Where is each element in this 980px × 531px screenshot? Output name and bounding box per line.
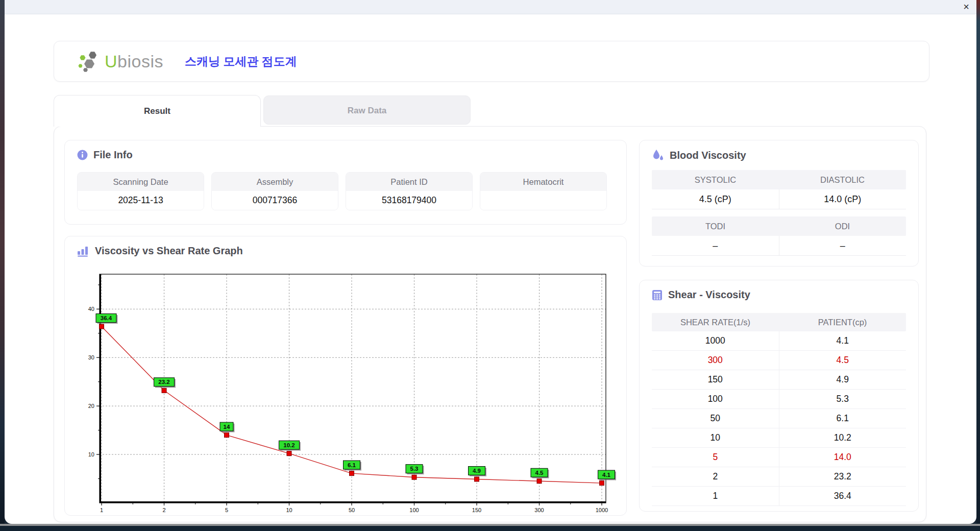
shear-viscosity-title-row: Shear - Viscosity: [652, 289, 750, 301]
desktop-edge-left: [0, 0, 5, 531]
brand-wordmark: Ubiosis: [105, 52, 163, 71]
blood-drops-icon: [652, 149, 664, 161]
file-info-title: File Info: [93, 149, 133, 161]
viscosity-vs-shear-rate-chart: 102030401251050100150300100036.423.21410…: [77, 269, 618, 514]
diastolic-value: 14.0 (cP): [779, 189, 906, 209]
svg-text:2: 2: [162, 507, 165, 513]
info-icon: [77, 150, 88, 160]
svg-text:20: 20: [88, 403, 94, 409]
svg-text:1: 1: [100, 507, 103, 513]
table-row: 514.0: [652, 448, 906, 467]
svg-text:10: 10: [88, 451, 94, 457]
field-label: Scanning Date: [78, 173, 204, 191]
patient-viscosity-cell: 14.0: [779, 448, 906, 467]
table-row: 1010.2: [652, 428, 906, 448]
app-window: Ubiosis 스캐닝 모세관 점도계 Result Raw Data File…: [5, 14, 976, 524]
svg-text:150: 150: [472, 507, 481, 513]
file-info-card: File Info Scanning Date 2025-11-13 Assem…: [64, 140, 627, 225]
svg-text:1000: 1000: [596, 507, 608, 513]
svg-text:40: 40: [88, 306, 94, 312]
field-value: 2025-11-13: [78, 191, 204, 210]
shear-rate-cell: 50: [652, 409, 779, 428]
file-info-title-row: File Info: [77, 149, 133, 161]
result-tab-panel: File Info Scanning Date 2025-11-13 Assem…: [54, 126, 926, 522]
shear-viscosity-card: Shear - Viscosity SHEAR RATE(1/s) PATIEN…: [639, 280, 919, 512]
todi-header: TODI: [652, 216, 779, 236]
svg-text:14: 14: [224, 424, 230, 430]
shear-rate-cell: 1000: [652, 331, 779, 350]
blood-viscosity-card: Blood Viscosity SYSTOLIC DIASTOLIC 4.5 (…: [639, 140, 919, 267]
tab-raw-data[interactable]: Raw Data: [263, 95, 471, 125]
patient-viscosity-cell: 6.1: [779, 409, 906, 428]
svg-text:4.9: 4.9: [473, 468, 481, 474]
svg-text:30: 30: [88, 354, 94, 360]
graph-title-row: Viscosity vs Shear Rate Graph: [77, 245, 243, 257]
ubiosis-logo-icon: [77, 50, 101, 73]
shear-rate-cell: 150: [652, 370, 779, 389]
svg-text:23.2: 23.2: [158, 379, 169, 385]
patient-viscosity-cell: 36.4: [779, 487, 906, 505]
table-value-row: 4.5 (cP) 14.0 (cP): [652, 189, 906, 209]
ubiosis-logo: Ubiosis: [77, 50, 163, 73]
table-row: 1005.3: [652, 390, 906, 409]
shear-table-body: 10004.13004.51504.91005.3506.11010.2514.…: [652, 331, 906, 506]
blood-viscosity-table: SYSTOLIC DIASTOLIC 4.5 (cP) 14.0 (cP) TO…: [652, 170, 906, 256]
svg-text:36.4: 36.4: [101, 315, 112, 321]
window-titlebar: ×: [5, 0, 976, 14]
field-label: Patient ID: [346, 173, 472, 191]
svg-text:300: 300: [534, 507, 544, 513]
desktop-edge-bottom: [0, 524, 980, 531]
table-row: 506.1: [652, 409, 906, 428]
field-label: Assembly: [212, 173, 338, 191]
bar-chart-icon: [77, 246, 89, 257]
calculator-icon: [652, 289, 663, 301]
patient-viscosity-cell: 23.2: [779, 467, 906, 486]
patient-viscosity-cell: 4.5: [779, 351, 906, 370]
field-label: Hematocrit: [480, 173, 606, 191]
svg-text:10: 10: [286, 507, 292, 513]
patient-viscosity-cell: 4.1: [779, 331, 906, 350]
file-info-fields: Scanning Date 2025-11-13 Assembly 000717…: [77, 172, 607, 210]
svg-text:6.1: 6.1: [348, 462, 356, 468]
field-scanning-date: Scanning Date 2025-11-13: [77, 172, 204, 210]
patient-header: PATIENT(cp): [779, 313, 906, 331]
svg-text:4.5: 4.5: [535, 470, 544, 476]
odi-value: –: [779, 236, 906, 255]
patient-viscosity-cell: 5.3: [779, 390, 906, 408]
brand-rest: biosis: [117, 52, 163, 71]
field-value: [480, 191, 606, 210]
blood-viscosity-title-row: Blood Viscosity: [652, 149, 746, 161]
systolic-value: 4.5 (cP): [652, 189, 779, 209]
tab-result[interactable]: Result: [54, 95, 261, 127]
close-icon[interactable]: ×: [963, 1, 969, 13]
systolic-header: SYSTOLIC: [652, 170, 779, 189]
shear-rate-cell: 10: [652, 428, 779, 447]
todi-value: –: [652, 236, 779, 255]
field-patient-id: Patient ID 53168179400: [346, 172, 473, 210]
svg-text:5: 5: [225, 507, 228, 513]
table-row: 10004.1: [652, 331, 906, 351]
brand-accent-letter: U: [105, 52, 117, 71]
patient-viscosity-cell: 10.2: [779, 428, 906, 447]
table-row: 223.2: [652, 467, 906, 487]
svg-text:5.3: 5.3: [410, 466, 419, 472]
field-hematocrit: Hematocrit: [480, 172, 607, 210]
tab-bar: Result Raw Data: [54, 95, 471, 127]
app-title-korean: 스캐닝 모세관 점도계: [185, 54, 297, 69]
shear-rate-header: SHEAR RATE(1/s): [652, 313, 779, 331]
field-value: 000717366: [212, 191, 338, 210]
field-value: 53168179400: [346, 191, 472, 210]
svg-text:10.2: 10.2: [283, 442, 295, 448]
shear-viscosity-title: Shear - Viscosity: [668, 289, 750, 301]
table-header-row: SHEAR RATE(1/s) PATIENT(cp): [652, 313, 906, 331]
shear-rate-cell: 5: [652, 448, 779, 467]
svg-text:100: 100: [409, 507, 419, 513]
shear-rate-cell: 2: [652, 467, 779, 486]
table-header-row: TODI ODI: [652, 216, 906, 236]
diastolic-header: DIASTOLIC: [779, 170, 906, 189]
table-header-row: SYSTOLIC DIASTOLIC: [652, 170, 906, 189]
table-value-row: – –: [652, 236, 906, 256]
table-gap: [652, 209, 906, 216]
odi-header: ODI: [779, 216, 906, 236]
svg-text:50: 50: [349, 507, 355, 513]
